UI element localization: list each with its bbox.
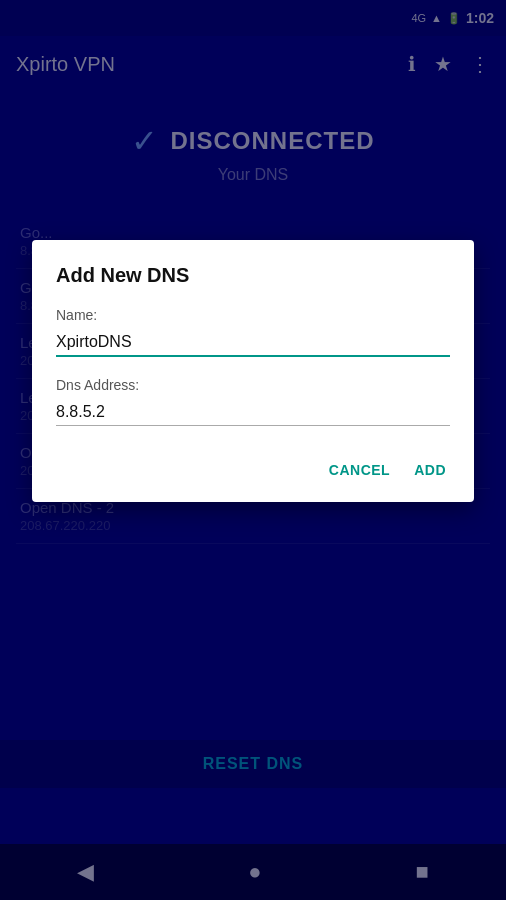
add-dns-dialog: Add New DNS Name: Dns Address: CANCEL AD…: [32, 240, 474, 502]
name-input[interactable]: [56, 329, 450, 357]
dialog-title: Add New DNS: [56, 264, 450, 287]
cancel-button[interactable]: CANCEL: [325, 454, 394, 486]
add-button[interactable]: ADD: [410, 454, 450, 486]
dns-address-input[interactable]: [56, 399, 450, 426]
dns-label: Dns Address:: [56, 377, 450, 393]
dialog-actions: CANCEL ADD: [56, 450, 450, 486]
name-label: Name:: [56, 307, 450, 323]
